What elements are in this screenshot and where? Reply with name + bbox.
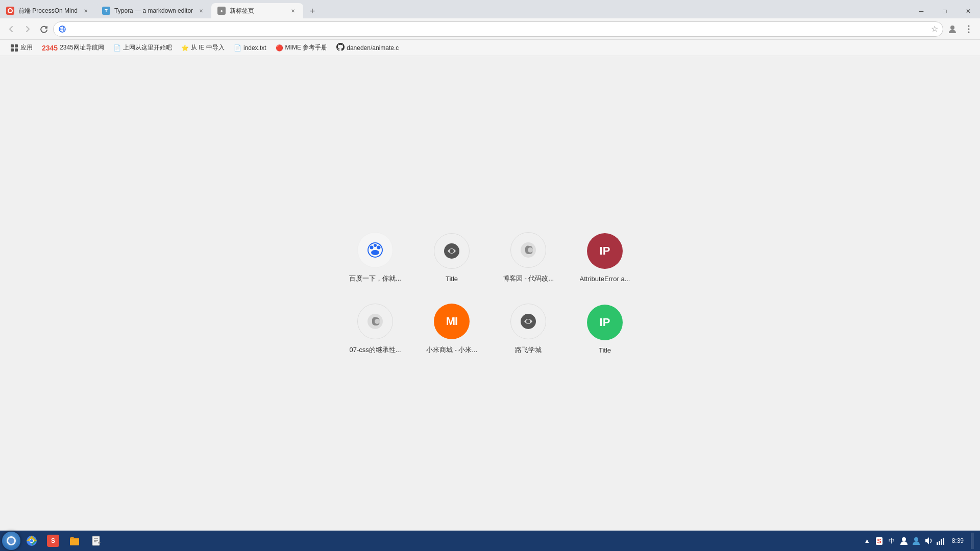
back-button[interactable] — [4, 22, 18, 36]
tab-label-processon: 前端 ProcessOn Mind — [18, 7, 78, 15]
shortcut-label-title2: Title — [599, 346, 611, 354]
svg-rect-9 — [11, 44, 14, 47]
shortcut-icon-luofei — [510, 304, 546, 339]
bookmark-github[interactable]: daneden/animate.c — [332, 41, 403, 54]
title-bar: 前端 ProcessOn Mind ✕ T Typora — a markdow… — [0, 0, 980, 18]
svg-rect-30 — [70, 538, 79, 545]
taskbar-tray: ▲ S 中 — [862, 533, 978, 549]
bookmark-ie[interactable]: ⭐ 从 IE 中导入 — [177, 42, 229, 54]
show-desktop-button[interactable] — [971, 533, 974, 549]
menu-button[interactable] — [962, 22, 976, 36]
tray-sogou-icon[interactable]: S — [874, 536, 885, 546]
shortcut-xiaomi[interactable]: MI 小米商城 - 小米... — [419, 298, 485, 360]
taskbar-sogou[interactable]: S — [43, 533, 63, 549]
shortcut-07css[interactable]: 07-css的继承性... — [342, 298, 408, 360]
shortcut-label-attribute-error: AttributeError a... — [580, 275, 630, 283]
tab-close-processon[interactable]: ✕ — [82, 7, 90, 15]
main-content: 百度一下，你就... Title — [0, 56, 980, 531]
tray-ime-icon[interactable]: 中 — [887, 536, 897, 546]
svg-rect-10 — [15, 44, 18, 47]
profile-button[interactable] — [945, 22, 960, 36]
address-favicon — [58, 25, 66, 33]
taskbar-explorer[interactable] — [64, 533, 85, 549]
tray-network-icon[interactable] — [936, 536, 946, 546]
shortcut-icon-07css — [357, 304, 393, 339]
shortcut-blogger[interactable]: 博客园 - 代码改... — [495, 227, 561, 288]
tab-typora[interactable]: T Typora — a markdown editor ✕ — [96, 3, 211, 18]
shortcut-luofei[interactable]: 路飞学城 — [495, 298, 561, 360]
start-button[interactable] — [2, 532, 20, 550]
forward-button[interactable] — [20, 22, 35, 36]
apps-bookmark-button[interactable]: 应用 — [6, 42, 37, 54]
shortcut-label-blogger: 博客园 - 代码改... — [503, 274, 554, 283]
svg-rect-12 — [15, 48, 18, 52]
svg-point-14 — [370, 246, 374, 249]
minimize-button[interactable]: ─ — [910, 4, 933, 18]
svg-point-6 — [968, 25, 970, 27]
taskbar-chrome[interactable] — [21, 533, 42, 549]
taskbar-clock[interactable]: 8:39 — [948, 536, 968, 545]
shortcut-label-07css: 07-css的继承性... — [349, 345, 401, 355]
address-bar-wrap: ☆ — [53, 21, 943, 37]
bookmark-github-icon — [336, 43, 345, 53]
svg-point-7 — [968, 28, 970, 30]
shortcut-icon-title1 — [434, 233, 470, 269]
taskbar-notepad[interactable] — [86, 533, 106, 549]
shortcut-title1[interactable]: Title — [419, 227, 485, 288]
svg-point-15 — [377, 246, 381, 249]
shortcut-icon-blogger — [510, 232, 546, 268]
bookmark-index[interactable]: 📄 index.txt — [230, 43, 271, 53]
shortcut-icon-ip-red: IP — [587, 233, 623, 269]
taskbar-chrome-icon — [26, 535, 38, 547]
address-input[interactable] — [53, 21, 943, 37]
svg-point-17 — [374, 244, 377, 247]
shortcut-label-baidu: 百度一下，你就... — [349, 274, 401, 283]
close-button[interactable]: ✕ — [957, 4, 980, 18]
svg-point-8 — [968, 31, 970, 33]
tab-close-typora[interactable]: ✕ — [197, 7, 205, 15]
new-tab-button[interactable]: + — [305, 4, 320, 18]
svg-point-19 — [450, 249, 454, 253]
svg-point-29 — [30, 539, 33, 542]
svg-point-25 — [526, 319, 530, 323]
taskbar-explorer-icon — [68, 535, 81, 547]
tray-avatar-icon[interactable] — [899, 536, 909, 546]
tray-expand-button[interactable]: ▲ — [862, 536, 872, 545]
bookmark-mime[interactable]: 🔴 MIME 参考手册 — [272, 42, 332, 54]
shortcut-label-xiaomi: 小米商城 - 小米... — [426, 345, 477, 355]
tab-close-newtab[interactable]: ✕ — [289, 7, 297, 15]
svg-point-23 — [375, 319, 380, 324]
bookmark-start[interactable]: 📄 上网从这里开始吧 — [109, 42, 176, 54]
tab-newtab[interactable]: ● 新标签页 ✕ — [211, 3, 303, 18]
bookmark-2345-label: 2345网址导航网 — [60, 43, 104, 52]
bookmark-index-label: index.txt — [243, 44, 266, 52]
reload-button[interactable] — [37, 22, 51, 36]
tray-volume-icon[interactable] — [923, 536, 934, 546]
taskbar-sogou-icon: S — [47, 535, 59, 547]
shortcut-baidu[interactable]: 百度一下，你就... — [342, 227, 408, 288]
svg-point-5 — [950, 26, 954, 30]
bookmark-start-icon: 📄 — [113, 44, 121, 52]
tab-processon[interactable]: 前端 ProcessOn Mind ✕ — [0, 3, 96, 18]
shortcut-icon-ip-green: IP — [587, 305, 623, 340]
tab-favicon-newtab: ● — [217, 7, 226, 15]
shortcut-icon-baidu — [357, 232, 393, 268]
clock-time: 8:39 — [952, 537, 964, 544]
bookmark-mime-label: MIME 参考手册 — [285, 43, 328, 52]
bookmark-ie-icon: ⭐ — [181, 44, 189, 52]
bookmark-2345[interactable]: 2345 2345网址导航网 — [38, 42, 108, 54]
bookmark-star-icon[interactable]: ☆ — [931, 24, 938, 34]
svg-point-16 — [371, 250, 379, 255]
shortcut-label-luofei: 路飞学城 — [515, 345, 542, 355]
svg-rect-39 — [941, 539, 942, 545]
tray-user-icon[interactable] — [911, 536, 921, 546]
shortcut-title2[interactable]: IP Title — [572, 298, 638, 360]
svg-point-1 — [9, 9, 12, 12]
svg-rect-31 — [92, 536, 100, 545]
maximize-button[interactable]: □ — [933, 4, 957, 18]
svg-point-35 — [902, 537, 906, 541]
shortcut-attribute-error[interactable]: IP AttributeError a... — [572, 227, 638, 288]
svg-rect-38 — [939, 541, 940, 545]
shortcuts-grid: 百度一下，你就... Title — [342, 227, 638, 360]
bookmark-index-icon: 📄 — [234, 44, 241, 52]
